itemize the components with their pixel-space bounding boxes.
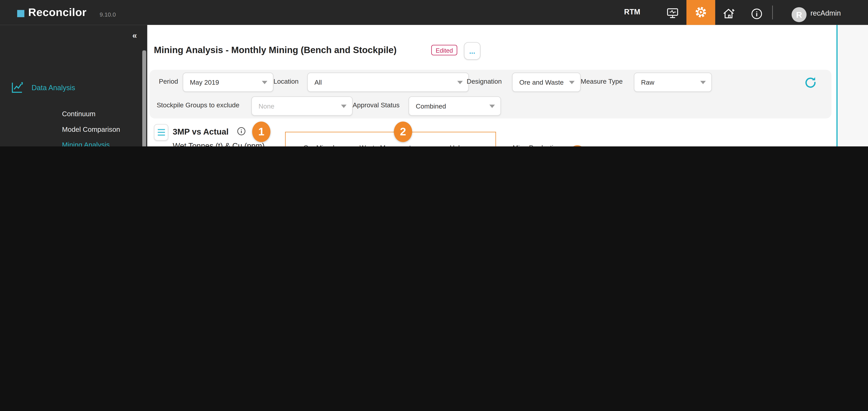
sidebar-item-model-comparison[interactable]: Model Comparison bbox=[0, 123, 142, 136]
sidebar-item-label: Model Comparison bbox=[62, 126, 120, 133]
line-chart-icon bbox=[10, 80, 26, 95]
dropdown-period[interactable]: May 2019 bbox=[183, 73, 273, 92]
dropdown-value: All bbox=[314, 78, 457, 86]
dropdown-value: Combined bbox=[416, 102, 489, 110]
monitor-icon[interactable] bbox=[665, 8, 680, 18]
app-logo: Reconcilor bbox=[28, 6, 87, 19]
settings-active-tab[interactable] bbox=[686, 0, 715, 25]
topbar-divider bbox=[772, 5, 773, 19]
filter-label-designation: Designation bbox=[467, 77, 502, 85]
chart-info-icon[interactable] bbox=[237, 127, 246, 136]
filter-label-approval-status: Approval Status bbox=[352, 101, 400, 109]
sidebar: « Data AnalysisContinuumModel Comparison… bbox=[0, 25, 147, 147]
dropdown-value: Raw bbox=[641, 78, 700, 86]
chevron-down-icon bbox=[457, 81, 463, 84]
username[interactable]: recAdmin bbox=[810, 9, 841, 17]
sidebar-item-mining-analysis[interactable]: Mining Analysis bbox=[0, 138, 142, 147]
right-panel bbox=[836, 25, 868, 147]
annotation-bracket bbox=[285, 132, 496, 147]
dropdown-location[interactable]: All bbox=[307, 73, 469, 92]
filter-label-location: Location bbox=[273, 77, 299, 85]
filter-label-stockpile-groups-to-exclude: Stockpile Groups to exclude bbox=[157, 101, 239, 109]
kpi-label: Mine Production bbox=[509, 144, 564, 147]
gear-icon bbox=[693, 5, 708, 20]
refresh-icon[interactable] bbox=[804, 75, 817, 89]
dropdown-designation[interactable]: Ore and Waste bbox=[512, 73, 581, 92]
app-screen: Reconcilor 9.10.0 RTM R recAdmin « Data … bbox=[0, 0, 868, 147]
info-icon[interactable] bbox=[751, 8, 765, 18]
chart1-subtitle: Wet Tonnes (t) & Cu (ppm) bbox=[173, 141, 265, 147]
sidebar-item-label: Data Analysis bbox=[32, 84, 75, 92]
avatar[interactable]: R bbox=[792, 7, 807, 22]
page-title: Mining Analysis - Monthly Mining (Bench … bbox=[154, 45, 397, 55]
filter-label-period: Period bbox=[159, 77, 178, 85]
logo-square-icon bbox=[17, 10, 24, 17]
dropdown-value: Ore and Waste bbox=[519, 78, 569, 86]
filter-label-measure-type: Measure Type bbox=[581, 77, 623, 85]
edited-status-badge: Edited bbox=[431, 45, 457, 55]
sidebar-item-continuum[interactable]: Continuum bbox=[0, 107, 142, 120]
dropdown-measure-type[interactable]: Raw bbox=[634, 73, 712, 92]
chart1-title: 3MP vs Actual bbox=[173, 127, 229, 136]
rtm-label[interactable]: RTM bbox=[621, 8, 643, 16]
top-bar: Reconcilor 9.10.0 RTM R recAdmin bbox=[0, 0, 868, 25]
chevron-down-icon bbox=[262, 81, 267, 84]
sidebar-scrollbar-thumb[interactable] bbox=[142, 50, 146, 147]
annotation-badge-2: 2 bbox=[394, 122, 412, 142]
chevron-down-icon bbox=[700, 81, 706, 84]
sidebar-item-label: Continuum bbox=[62, 110, 95, 118]
dropdown-value: None bbox=[258, 102, 341, 110]
dropdown-stockpile-groups-to-exclude[interactable]: None bbox=[251, 96, 353, 116]
sidebar-item-data-analysis[interactable]: Data Analysis bbox=[0, 81, 142, 94]
chart-menu-button[interactable] bbox=[154, 124, 168, 141]
home-pin-icon[interactable] bbox=[721, 8, 736, 18]
dropdown-value: May 2019 bbox=[190, 78, 262, 86]
sidebar-item-label: Mining Analysis bbox=[62, 141, 110, 147]
chevron-down-icon bbox=[341, 104, 347, 108]
more-options-button[interactable]: ... bbox=[464, 42, 480, 60]
dropdown-approval-status[interactable]: Combined bbox=[408, 96, 501, 116]
chevron-down-icon bbox=[569, 81, 575, 84]
annotation-badge-3: 3 bbox=[568, 146, 587, 147]
sidebar-collapse-icon[interactable]: « bbox=[132, 30, 137, 40]
chevron-down-icon bbox=[490, 104, 495, 108]
annotation-badge-1: 1 bbox=[252, 122, 271, 142]
app-version: 9.10.0 bbox=[100, 11, 116, 18]
